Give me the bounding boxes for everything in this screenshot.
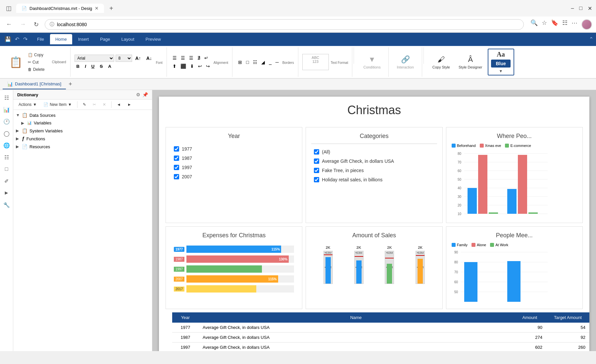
sidebar-gauge-icon[interactable]: ◯ (2, 128, 12, 138)
italic-btn[interactable]: I (83, 63, 88, 70)
cat-check-gift[interactable] (314, 159, 319, 164)
border-style-btn[interactable]: ─ (274, 59, 280, 66)
year-check-1987[interactable] (174, 156, 179, 161)
tree-item-functions[interactable]: ▶ ƒ Functions (13, 135, 152, 143)
sidebar-chart-icon[interactable]: 📊 (2, 105, 12, 114)
paste-button[interactable]: 📋 📋 Copy ✂ Cut 🗑 Delete (7, 50, 50, 74)
add-tab-btn[interactable]: + (66, 79, 75, 89)
collections-icon[interactable]: ☷ (562, 19, 568, 30)
tree-item-datasources[interactable]: ▼ 📋 Data Sources (13, 111, 152, 119)
delete-btn[interactable]: 🗑 Delete (25, 66, 47, 73)
year-item-1987[interactable]: 1987 (174, 156, 294, 161)
sidebar-toggle-btn[interactable]: ◫ (4, 3, 14, 13)
decrease-font-btn[interactable]: A↓ (144, 55, 154, 62)
style-selector[interactable]: Aa Blue ▼ (488, 49, 514, 75)
copy-btn[interactable]: 📋 Copy (25, 52, 47, 58)
font-color-btn[interactable]: A (106, 63, 113, 70)
tab-insert[interactable]: Insert (73, 34, 94, 44)
tab-page[interactable]: Page (95, 34, 115, 44)
valign-mid-btn[interactable]: ⬛ (179, 63, 188, 70)
bold-btn[interactable]: B (74, 63, 82, 70)
border-inner-btn[interactable]: ☷ (251, 59, 259, 66)
tab-preview[interactable]: Preview (140, 34, 166, 44)
maximize-btn[interactable]: □ (579, 5, 582, 12)
minimize-btn[interactable]: – (571, 5, 574, 12)
save-btn[interactable]: 💾 (3, 35, 13, 44)
justify-btn[interactable]: ∄ (196, 54, 202, 62)
refresh-btn[interactable]: ↻ (32, 20, 41, 29)
cat-item-gift[interactable]: Average Gift Check, in dollars USA (314, 159, 434, 164)
year-item-2007[interactable]: 2007 (174, 174, 294, 179)
year-item-1997[interactable]: 1997 (174, 165, 294, 170)
cat-item-tree[interactable]: Fake Tree, in pieces (314, 168, 434, 173)
valign-bot-btn[interactable]: ⬇ (188, 63, 196, 70)
align-right-btn[interactable]: ☰ (187, 54, 195, 62)
valign-top-btn[interactable]: ⬆ (171, 63, 178, 70)
interaction-btn[interactable]: 🔗 Interaction (393, 54, 418, 70)
indent-btn[interactable]: ↵ (203, 54, 210, 62)
tab-home[interactable]: Home (50, 34, 72, 44)
tab-close-btn[interactable]: ✕ (95, 6, 99, 11)
favorites-star-icon[interactable]: ☆ (542, 19, 547, 30)
address-bar[interactable]: ⓘ localhost:8080 (45, 19, 524, 30)
dashboard-tab[interactable]: 📊 Dashboard1 [Christmas] (3, 79, 66, 89)
style-designer-btn[interactable]: Â Style Designer (455, 54, 486, 70)
sidebar-draw-icon[interactable]: ✐ (2, 176, 12, 186)
strikethrough-btn[interactable]: S (98, 63, 105, 70)
toolbar-nav-right-btn[interactable]: ► (125, 101, 134, 108)
cat-check-retail[interactable] (314, 177, 319, 182)
cat-item-retail[interactable]: Holiday retail sales, in billions (314, 177, 434, 182)
increase-font-btn[interactable]: A↑ (133, 55, 143, 62)
cat-check-tree[interactable] (314, 168, 319, 173)
new-tab-btn[interactable]: + (107, 3, 116, 14)
toolbar-nav-left-btn[interactable]: ◄ (114, 101, 124, 108)
toolbar-delete-btn[interactable]: ✕ (100, 101, 109, 108)
new-item-btn[interactable]: 📄 New Item ▼ (41, 101, 74, 108)
align-center-btn[interactable]: ☰ (179, 54, 187, 62)
underline-btn[interactable]: U (89, 63, 97, 70)
outdent-btn[interactable]: ↪ (204, 63, 212, 70)
more-options-icon[interactable]: ⋯ (571, 19, 577, 30)
toolbar-cut-btn[interactable]: ✂ (90, 101, 99, 108)
search-icon[interactable]: 🔍 (530, 19, 538, 30)
sidebar-tools-icon[interactable]: 🔧 (2, 200, 12, 210)
tree-item-resources[interactable]: ▶ 📄 Resources (13, 143, 152, 151)
copy-style-btn[interactable]: 🖌 Copy Style (429, 54, 453, 70)
browser-tab[interactable]: 📄 DashboardChristmas.mrt - Desig ✕ (16, 4, 104, 13)
sidebar-expand-icon[interactable]: ► (2, 188, 12, 198)
canvas-area[interactable]: Christmas Year 1977 1987 (152, 90, 596, 351)
line-color-btn[interactable]: ⎯ (267, 59, 273, 66)
edit-btn[interactable]: ✎ (80, 101, 89, 108)
dict-pin-btn[interactable]: 📌 (142, 92, 148, 97)
sidebar-shape-icon[interactable]: □ (2, 164, 12, 174)
border-all-btn[interactable]: ⊞ (236, 59, 244, 66)
year-item-1977[interactable]: 1977 (174, 146, 294, 152)
year-check-2007[interactable] (174, 174, 179, 179)
ribbon-collapse-btn[interactable]: ⌃ (589, 36, 593, 42)
year-check-1997[interactable] (174, 165, 179, 170)
cat-item-all[interactable]: (All) (314, 149, 434, 155)
sidebar-table-icon[interactable]: ☷ (2, 93, 12, 103)
font-size-select[interactable]: 810111214 (116, 55, 132, 62)
tree-item-variables[interactable]: ▶ 📊 Variables (13, 119, 152, 127)
sidebar-list-icon[interactable]: ☷ (2, 152, 12, 162)
tree-item-sysvars[interactable]: ▶ 📋 System Variables (13, 127, 152, 135)
address-input[interactable]: localhost:8080 (57, 22, 519, 27)
wordwrap-btn[interactable]: ↩ (196, 63, 204, 70)
cut-btn[interactable]: ✂ Cut (25, 59, 47, 66)
actions-btn[interactable]: Actions ▼ (16, 101, 39, 108)
close-btn[interactable]: ✕ (588, 5, 592, 12)
font-family-select[interactable]: ArialTimes New RomanCalibri (74, 55, 114, 62)
dict-settings-btn[interactable]: ⚙ (136, 92, 140, 97)
sidebar-globe-icon[interactable]: 🌐 (2, 140, 12, 150)
fill-color-btn[interactable]: ◢ (260, 59, 267, 66)
conditions-btn[interactable]: ▼ Conditions (359, 54, 384, 70)
tab-file[interactable]: File (32, 34, 49, 44)
user-avatar[interactable] (581, 19, 592, 30)
undo-btn[interactable]: ↶ (13, 35, 21, 44)
tab-layout[interactable]: Layout (116, 34, 140, 44)
reading-list-icon[interactable]: 🔖 (551, 19, 558, 30)
redo-btn[interactable]: ↷ (22, 35, 29, 44)
border-outer-btn[interactable]: □ (244, 59, 250, 66)
year-check-1977[interactable] (174, 146, 179, 152)
